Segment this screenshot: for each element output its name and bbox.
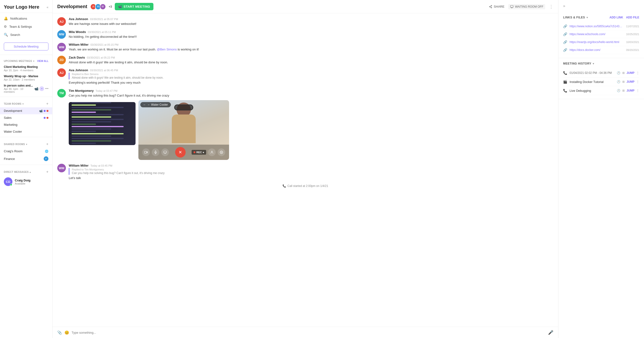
messages-area: AJ Ava Johnson 03/30/2021 at 05:07 PM We… [52,13,558,327]
room-item-sales[interactable]: Sales [0,114,52,121]
add-person-button[interactable] [208,148,216,156]
more-icon[interactable]: ••• [45,87,48,90]
panel-collapse: » [558,0,644,12]
link-item: 🔗 https://reactjs.org/docs/hello-world.h… [563,38,639,46]
add-file-button[interactable]: ADD FILE [626,16,639,19]
more-options-icon[interactable]: ⋮ [549,4,553,9]
share-button[interactable]: SHARE [489,5,504,8]
room-item-marketing[interactable]: Marketing [0,121,52,128]
view-all-button[interactable]: VIEW ALL [37,60,48,62]
gear-icon: ⚙ [4,25,7,29]
upcoming-chevron-icon[interactable]: ▾ [33,60,34,62]
schedule-meeting-button[interactable]: Schedule Meeting [4,43,48,50]
links-chevron-icon[interactable]: ▾ [586,16,588,19]
grid-icon[interactable]: ⊞ [622,71,625,75]
upcoming-meetings-title: UPCOMING MEETINGS [4,60,32,62]
online-status-dot [10,184,12,186]
mention[interactable]: @Ben Simons [157,48,177,51]
jump-button[interactable]: JUMP [626,80,634,83]
clock-icon[interactable]: 🕐 [617,80,620,83]
room-item-water-cooler[interactable]: Water Cooler [0,128,52,135]
more-icon[interactable]: ⋮ [636,71,639,75]
meeting-item[interactable]: Client Marketing Meeting Apr 10, 2pm · 4… [0,64,52,73]
message-text: Yeah, we are working on it. Must be an e… [69,47,553,52]
waiting-room-toggle[interactable]: WAITING ROOM OFF [508,4,545,9]
jump-button[interactable]: JUMP [626,71,634,75]
screenshare-icon [164,150,167,154]
link-item: 🔗 https://www.notion.so/5855ca4a7c514386… [563,23,639,30]
add-shared-room-button[interactable]: + [46,142,48,146]
message-text: Almost done with it guys! We are testing… [69,60,553,65]
svg-rect-5 [510,5,513,7]
mic-input-icon[interactable]: 🎤 [548,330,553,335]
message-time: 03/30/2021 at 05:11 PM [88,31,116,34]
clock-icon[interactable]: 🕐 [617,71,620,75]
message-input[interactable] [72,331,546,334]
team-rooms-chevron[interactable]: ▾ [22,103,24,105]
sidebar-item-search[interactable]: 🔍 Search [0,31,52,39]
toggle-mic-button[interactable] [152,148,160,156]
jump-button[interactable]: JUMP [626,89,634,92]
settings-button[interactable] [218,148,225,156]
sidebar-item-team-settings[interactable]: ⚙ Team & Settings [0,23,52,31]
search-label: Search [10,33,20,37]
rec-dot [194,151,196,153]
share-label: SHARE [494,5,504,8]
history-chevron-icon[interactable]: ▾ [593,62,594,65]
emoji-icon[interactable]: 😊 [64,330,69,335]
close-icon: ✕ [178,150,182,155]
link-date: 10/03/2021 [626,41,639,44]
right-panel: » LINKS & FILES ▾ ADD LINK ADD FILE 🔗 ht… [558,0,644,338]
link-url[interactable]: https://reactjs.org/docs/hello-world.htm… [570,40,624,44]
room-name: Water Cooler [4,130,22,133]
sidebar-item-notifications[interactable]: 🔔 Notifications [0,14,52,23]
message-5: AJ Ava Johnson 03/30/2021 at 06:45 PM Re… [57,68,553,85]
room-item-development[interactable]: Development 📹 [0,107,52,114]
add-link-button[interactable]: ADD LINK [610,16,623,19]
history-title: Live Debugging [570,89,614,92]
add-dm-button[interactable]: + [46,170,48,174]
start-meeting-button[interactable]: 📹 START MEETING [115,3,154,10]
attachment-icon[interactable]: 📎 [57,330,62,335]
link-url[interactable]: https://www.w3schools.com/ [570,33,624,36]
water-cooler-pill[interactable]: ← ← Water Cooler [140,102,171,107]
video-icon [144,150,148,154]
more-icon[interactable]: ⋮ [636,80,639,83]
phone-icon: 📞 [282,184,286,188]
link-url[interactable]: https://www.notion.so/5855ca4a7c51438687… [570,25,624,28]
call-status: 📞 Call started at 2:00pm on 1/4/21 [57,184,553,188]
history-item: 📞 01/04/2021 02:02 PM - 04:36 PM 🕐 ⊞ JUM… [563,69,639,77]
dm-name: Craig Doig [15,179,48,182]
meeting-item[interactable]: In person sales and... Apr 30, 1pm · 10 … [0,82,52,95]
end-call-button[interactable]: ✕ [175,147,186,157]
message-author: Mila Woods [69,30,86,34]
collapse-icon[interactable]: « [46,5,48,9]
code-screenshot [69,102,136,145]
shared-rooms-chevron[interactable]: ▾ [26,143,27,145]
toggle-video-button[interactable] [142,148,150,156]
add-team-room-button[interactable]: + [46,102,48,106]
grid-icon[interactable]: ⊞ [622,89,625,92]
link-url[interactable]: https://docs.docker.com/ [570,48,624,52]
more-icon[interactable]: ⋮ [636,89,639,92]
dm-item-craig-doig[interactable]: CD Craig Doig Available [0,176,52,188]
rec-label: REC ● [196,151,204,154]
message-author: Ava Johnson [69,68,88,72]
room-item-craigs-room[interactable]: Craig's Room 🌐 [0,148,52,155]
room-item-finance[interactable]: Finance F [0,155,52,163]
grid-icon[interactable]: ⊞ [622,80,625,83]
waiting-room-icon [510,5,514,8]
avatar: AJ [57,68,66,77]
expand-icon[interactable]: » [563,4,565,8]
meeting-item[interactable]: Weekly Wrap up - Markee Apr 22, 10am · 2… [0,73,52,82]
room-name: Craig's Room [4,149,22,153]
link-item: 🔗 https://www.w3schools.com/ 10/25/2021 [563,30,639,38]
clock-icon[interactable]: 🕐 [617,89,620,92]
message-time: Today at 03:47 PM [96,89,118,92]
dm-chevron[interactable]: ▴ [30,171,31,173]
message-6: TM Tim Montgomery Today at 03:47 PM Can … [57,89,553,160]
history-title: Installing Docker Tutorial [570,80,614,84]
message-author: Zack Davis [69,56,85,59]
room-name: Sales [4,116,12,119]
screenshare-button[interactable] [161,148,169,156]
